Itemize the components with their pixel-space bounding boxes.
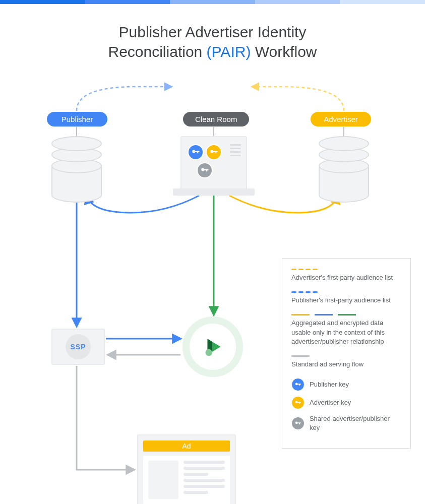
legend: Advertiser's first-party audience list P…	[282, 258, 411, 449]
cleanroom-node-label: Clean Room	[183, 112, 249, 127]
server-base	[173, 188, 255, 196]
page-title: Publisher Advertiser Identity Reconcilia…	[0, 22, 425, 61]
publisher-node-label: Publisher	[47, 112, 107, 127]
legend-standard: Standard ad serving flow	[291, 355, 401, 369]
arrow-advertiser-to-cleanroom-dashed	[252, 87, 344, 111]
cleanroom-server-icon	[180, 136, 247, 192]
legend-publisher-list: Publisher's first-party audience list	[291, 291, 401, 305]
publisher-database-icon	[51, 136, 102, 203]
ssp-node: SSP	[51, 329, 105, 365]
legend-aggregated: Aggregated and encrypted data usable onl…	[291, 314, 401, 346]
publisher-key-icon	[291, 378, 305, 391]
arrow-cleanroom-to-publisher	[87, 196, 199, 213]
advertiser-key-icon	[291, 396, 305, 409]
title-line-2-suffix: Workflow	[251, 43, 317, 60]
top-stripe	[0, 0, 425, 4]
publisher-key-icon	[188, 144, 204, 160]
svg-point-3	[205, 349, 212, 356]
title-highlight: (PAIR)	[207, 43, 251, 60]
ssp-label: SSP	[66, 334, 91, 359]
title-line-1: Publisher Advertiser Identity	[119, 24, 307, 40]
legend-advertiser-list: Advertiser's first-party audience list	[291, 269, 401, 282]
advertiser-key-icon	[206, 144, 222, 160]
advertiser-node-label: Advertiser	[311, 112, 371, 127]
title-line-2-prefix: Reconciliation	[108, 43, 206, 60]
arrow-ssp-to-ad	[77, 366, 134, 470]
arrow-publisher-to-cleanroom-dashed	[77, 87, 171, 111]
shared-key-icon	[197, 162, 213, 178]
ad-image-placeholder	[148, 461, 178, 499]
ad-mockup: Ad	[137, 434, 236, 504]
dv360-play-icon	[183, 317, 243, 377]
shared-key-icon	[291, 417, 305, 430]
legend-keys: Publisher key Advertiser key Shared adve…	[291, 378, 401, 432]
ad-text-placeholder	[184, 461, 225, 499]
ad-label: Ad	[143, 440, 230, 452]
advertiser-database-icon	[319, 136, 369, 203]
